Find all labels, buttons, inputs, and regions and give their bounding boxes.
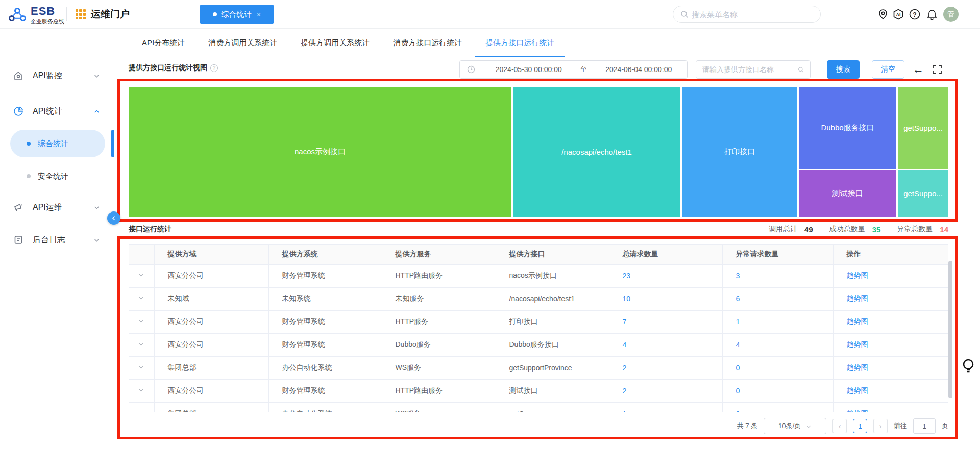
chevron-down-icon bbox=[93, 237, 100, 243]
menu-search-input[interactable] bbox=[692, 10, 813, 19]
logo-title: ESB bbox=[31, 6, 64, 17]
error-requests-link[interactable]: 0 bbox=[736, 387, 740, 395]
treemap-block-getsupport-2[interactable]: getSuppo... bbox=[898, 170, 948, 217]
table-row: 集团总部办公自动化系统WS服务getSuppo...10趋势图 bbox=[129, 402, 948, 412]
date-end-value[interactable]: 2024-06-04 00:00:00 bbox=[591, 65, 688, 74]
sidebar-item-backend-logs[interactable]: 后台日志 bbox=[0, 228, 114, 251]
expand-chevron-icon[interactable] bbox=[138, 341, 144, 347]
notification-bell-icon[interactable] bbox=[926, 8, 938, 20]
date-start-value[interactable]: 2024-05-30 00:00:00 bbox=[480, 65, 577, 74]
sidebar-item-api-ops[interactable]: API运维 bbox=[0, 196, 114, 219]
expand-chevron-icon[interactable] bbox=[138, 318, 144, 324]
total-requests-link[interactable]: 2 bbox=[623, 387, 627, 395]
search-button[interactable]: 搜索 bbox=[827, 60, 860, 79]
header-divider bbox=[66, 7, 67, 21]
goto-page-input[interactable] bbox=[913, 418, 936, 434]
expand-chevron-icon[interactable] bbox=[138, 295, 144, 301]
sidebar-collapse-button[interactable] bbox=[107, 211, 120, 225]
total-requests-link[interactable]: 1 bbox=[623, 410, 627, 413]
total-requests-link[interactable]: 7 bbox=[623, 318, 627, 326]
esb-portal-page: { "colors": { "primary": "#2a8cf0", "suc… bbox=[0, 0, 980, 471]
trend-chart-link[interactable]: 趋势图 bbox=[847, 363, 868, 371]
treemap-block-getsupport-1[interactable]: getSuppo... bbox=[898, 87, 948, 169]
expand-chevron-icon[interactable] bbox=[138, 272, 144, 278]
date-separator: 至 bbox=[577, 65, 591, 74]
error-requests-link[interactable]: 6 bbox=[736, 295, 740, 303]
trend-chart-link[interactable]: 趋势图 bbox=[847, 317, 868, 325]
date-range-picker[interactable]: 2024-05-30 00:00:00 至 2024-06-04 00:00:0… bbox=[459, 60, 688, 79]
col-total-requests: 总请求数量 bbox=[609, 245, 722, 264]
expand-chevron-icon[interactable] bbox=[138, 387, 144, 393]
trend-chart-link[interactable]: 趋势图 bbox=[847, 294, 868, 302]
tab-provider-interface-run[interactable]: 提供方接口运行统计 bbox=[485, 30, 554, 57]
stats-tab-bar: API分布统计 消费方调用关系统计 提供方调用关系统计 消费方接口运行统计 提供… bbox=[114, 30, 980, 57]
treemap-block-nacosapi-echo-test1[interactable]: /nacosapi/echo/test1 bbox=[513, 87, 680, 217]
error-requests-link[interactable]: 0 bbox=[736, 410, 740, 413]
total-requests-link[interactable]: 10 bbox=[623, 295, 631, 303]
chevron-down-icon bbox=[93, 204, 100, 211]
help-question-icon[interactable]: ? bbox=[909, 8, 921, 20]
menu-search-box[interactable] bbox=[673, 6, 821, 23]
sidebar-subitem-security-stats[interactable]: 安全统计 bbox=[10, 162, 105, 190]
tab-consumer-interface-run[interactable]: 消费方接口运行统计 bbox=[393, 30, 462, 57]
tab-close-icon[interactable]: × bbox=[257, 11, 261, 18]
tab-consumer-call-relation[interactable]: 消费方调用关系统计 bbox=[208, 30, 277, 57]
lightbulb-icon[interactable] bbox=[962, 358, 975, 376]
sidebar-item-api-monitor[interactable]: API监控 bbox=[0, 64, 114, 87]
sidebar-nav: API监控 API统计 综合统计 安全统计 API运维 bbox=[0, 29, 114, 471]
tab-label: 综合统计 bbox=[221, 10, 252, 19]
location-pin-icon[interactable] bbox=[877, 8, 889, 20]
interface-name-search-box[interactable] bbox=[696, 60, 811, 79]
document-log-icon bbox=[13, 234, 23, 245]
fullscreen-icon[interactable] bbox=[931, 63, 943, 76]
megaphone-icon bbox=[13, 202, 23, 213]
table-scrollbar-thumb[interactable] bbox=[948, 261, 952, 398]
expand-chevron-icon[interactable] bbox=[138, 364, 144, 370]
sidebar-subitem-general-stats[interactable]: 综合统计 bbox=[10, 130, 105, 157]
interface-name-input[interactable] bbox=[702, 65, 795, 74]
back-arrow-icon[interactable]: ← bbox=[913, 63, 925, 76]
treemap-block-打印接口[interactable]: 打印接口 bbox=[682, 87, 797, 217]
page-unit-label: 页 bbox=[942, 421, 948, 431]
search-icon bbox=[680, 10, 689, 18]
col-actions: 操作 bbox=[833, 245, 948, 264]
portal-grid-icon[interactable] bbox=[76, 9, 86, 19]
sidebar-item-api-stats[interactable]: API统计 bbox=[0, 100, 114, 123]
help-circle-icon[interactable]: ? bbox=[210, 64, 218, 72]
clear-button[interactable]: 清空 bbox=[872, 60, 904, 79]
tab-api-distribution[interactable]: API分布统计 bbox=[142, 30, 185, 57]
bullet-icon bbox=[27, 142, 31, 146]
current-page-button[interactable]: 1 bbox=[853, 419, 867, 433]
bullet-icon bbox=[27, 174, 31, 178]
error-requests-link[interactable]: 1 bbox=[736, 318, 740, 326]
treemap-block-测试接口[interactable]: 测试接口 bbox=[799, 170, 896, 217]
expand-chevron-icon[interactable] bbox=[138, 410, 144, 413]
error-requests-link[interactable]: 0 bbox=[736, 364, 740, 372]
col-provider-system: 提供方系统 bbox=[268, 245, 382, 264]
trend-chart-link[interactable]: 趋势图 bbox=[847, 409, 868, 413]
trend-chart-link[interactable]: 趋势图 bbox=[847, 340, 868, 348]
error-requests-link[interactable]: 3 bbox=[736, 272, 740, 280]
total-requests-link[interactable]: 4 bbox=[623, 341, 627, 349]
search-icon bbox=[798, 66, 804, 74]
total-requests-link[interactable]: 2 bbox=[623, 364, 627, 372]
pagination-total: 共 7 条 bbox=[737, 421, 757, 431]
chevron-left-icon bbox=[111, 215, 117, 221]
ai-assistant-icon[interactable]: AI bbox=[892, 8, 904, 20]
trend-chart-link[interactable]: 趋势图 bbox=[847, 271, 868, 279]
prev-page-button[interactable]: ‹ bbox=[832, 419, 847, 433]
open-tab-综合统计[interactable]: 综合统计 × bbox=[200, 5, 274, 24]
call-statistics-summary: 调用总计 49 成功总数量 35 异常总数量 14 bbox=[769, 225, 948, 234]
tab-active-dot bbox=[213, 12, 217, 16]
trend-chart-link[interactable]: 趋势图 bbox=[847, 386, 868, 394]
total-requests-link[interactable]: 23 bbox=[623, 272, 631, 280]
user-avatar[interactable]: 管 bbox=[943, 7, 959, 22]
table-header-row: 提供方域 提供方系统 提供方服务 提供方接口 总请求数量 异常请求数量 操作 bbox=[129, 245, 948, 264]
treemap-block-dubbo服务接口[interactable]: Dubbo服务接口 bbox=[799, 87, 896, 169]
tab-provider-call-relation[interactable]: 提供方调用关系统计 bbox=[301, 30, 370, 57]
error-total-label: 异常总数量 bbox=[897, 225, 933, 234]
next-page-button[interactable]: › bbox=[873, 419, 888, 433]
page-size-select[interactable]: 10条/页 bbox=[764, 418, 826, 434]
error-requests-link[interactable]: 4 bbox=[736, 341, 740, 349]
treemap-block-nacos示例接口[interactable]: nacos示例接口 bbox=[129, 87, 511, 217]
